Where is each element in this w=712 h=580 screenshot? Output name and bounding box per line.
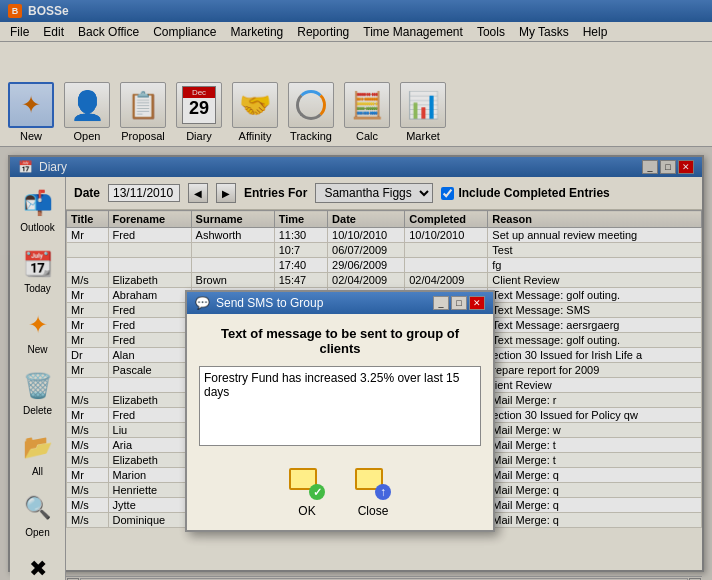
sms-modal-titlebar: 💬 Send SMS to Group _ □ ✕ [187, 292, 493, 314]
sms-maximize-button[interactable]: □ [451, 296, 467, 310]
sms-message-input[interactable]: Forestry Fund has increased 3.25% over l… [199, 366, 481, 446]
close-arrow-circle: ↑ [375, 484, 391, 500]
sms-close-button[interactable]: ↑ Close [355, 466, 391, 518]
sms-ok-button[interactable]: ✓ OK [289, 466, 325, 518]
sms-minimize-button[interactable]: _ [433, 296, 449, 310]
ok-label: OK [298, 504, 315, 518]
sms-icon: 💬 [195, 296, 210, 310]
ok-check-circle: ✓ [309, 484, 325, 500]
sms-close-x-button[interactable]: ✕ [469, 296, 485, 310]
modal-overlay: 💬 Send SMS to Group _ □ ✕ Text of messag… [0, 0, 712, 580]
close-label: Close [358, 504, 389, 518]
sms-modal-footer: ✓ OK ↑ Close [187, 458, 493, 530]
close-icon: ↑ [355, 466, 391, 502]
sms-modal-title: Send SMS to Group [216, 296, 323, 310]
ok-icon: ✓ [289, 466, 325, 502]
sms-modal-heading: Text of message to be sent to group of c… [199, 326, 481, 356]
sms-modal: 💬 Send SMS to Group _ □ ✕ Text of messag… [185, 290, 495, 532]
sms-modal-body: Text of message to be sent to group of c… [187, 314, 493, 458]
